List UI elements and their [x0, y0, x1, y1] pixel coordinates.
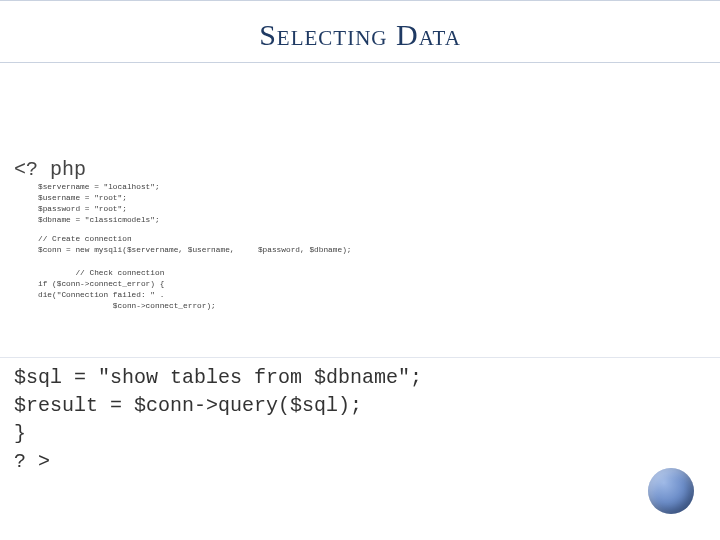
divider — [0, 62, 720, 63]
code-variable-assignments: $servername = "localhost"; $username = "… — [38, 182, 160, 226]
slide: Selecting Data <? php $servername = "loc… — [0, 0, 720, 540]
slide-title: Selecting Data — [0, 18, 720, 52]
code-line: die("Connection failed: " . — [38, 291, 164, 299]
code-line: // Check connection — [38, 269, 164, 277]
code-line: if ($conn->connect_error) { — [38, 280, 164, 288]
code-create-connection: // Create connection $conn = new mysqli(… — [38, 234, 352, 256]
decorative-sphere-icon — [648, 468, 694, 514]
code-check-connection: // Check connection if ($conn->connect_e… — [38, 268, 216, 312]
divider — [0, 0, 720, 1]
code-query-block: $sql = "show tables from $dbname"; $resu… — [14, 364, 422, 476]
code-line: $conn->connect_error); — [38, 302, 216, 310]
divider — [0, 357, 720, 358]
code-php-open-tag: <? php — [14, 158, 86, 181]
